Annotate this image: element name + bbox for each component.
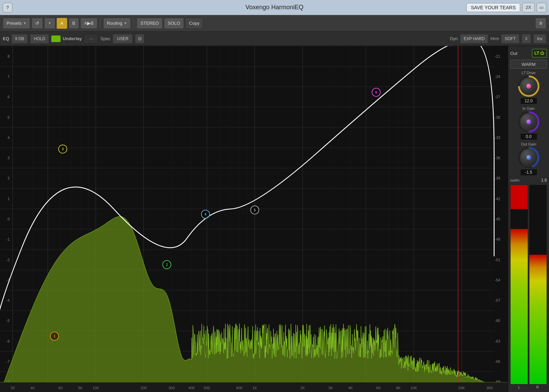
out-lt-row: Out LT ⏻ xyxy=(510,49,547,58)
routing-dropdown-arrow: ▼ xyxy=(124,21,127,25)
out-gain-value[interactable]: -1.5 xyxy=(520,169,537,176)
lt-power-button[interactable]: LT ⏻ xyxy=(532,49,547,58)
meter-l-label: L xyxy=(518,385,520,389)
lt-drive-dot xyxy=(526,84,531,89)
spec-label: Spec xyxy=(100,36,110,41)
options-dropdown-button[interactable]: ▼ xyxy=(44,18,55,29)
out-gain-knob-inner xyxy=(520,149,538,166)
meter-channel-r xyxy=(529,185,547,384)
in-gain-knob-inner xyxy=(520,113,538,131)
toolbar-separator-2 xyxy=(133,18,134,28)
in-gain-value[interactable]: 0.0 xyxy=(520,133,537,140)
meter-channel-l xyxy=(510,185,528,384)
in-gain-knob[interactable] xyxy=(518,111,539,132)
lt-label: LT xyxy=(535,51,539,56)
title-bar: ? Voxengo HarmoniEQ SAVE YOUR TEARS 2X ▭ xyxy=(0,0,549,15)
user-button[interactable]: USER xyxy=(113,34,133,44)
main-area: Out LT ⏻ WARM LT Drive 12.0 In Gain xyxy=(0,46,549,392)
meter-fill-l xyxy=(511,229,528,384)
lt-drive-knob[interactable] xyxy=(518,76,539,97)
options-dropdown-arrow: ▼ xyxy=(48,21,51,25)
meter-container: L R xyxy=(510,185,547,389)
copy-button[interactable]: Copy xyxy=(185,18,203,29)
lt-drive-value[interactable]: 12.0 xyxy=(520,97,537,104)
out-gain-container: Out Gain -1.5 xyxy=(510,142,547,176)
out-gain-label: Out Gain xyxy=(510,142,547,146)
app-title: Voxengo HarmoniEQ xyxy=(245,4,303,11)
outin-row: out/in 1.6 xyxy=(510,178,547,183)
right-panel: Out LT ⏻ WARM LT Drive 12.0 In Gain xyxy=(508,46,549,392)
lt-drive-container: LT Drive 12.0 xyxy=(510,71,547,104)
eq-label: EQ xyxy=(3,36,9,41)
eq-canvas[interactable] xyxy=(0,46,508,392)
meter-labels: L R xyxy=(510,385,547,389)
zoom-button[interactable]: 2X xyxy=(522,3,535,12)
reset-icon: ↺ xyxy=(35,21,39,26)
hrm-label: Hrm xyxy=(490,36,499,41)
out-gain-dot xyxy=(526,155,531,160)
arrows-button[interactable]: ⇕ xyxy=(522,34,531,44)
help-button[interactable]: ? xyxy=(3,3,12,12)
presets-button[interactable]: Presets ▼ xyxy=(3,18,30,29)
hold-button[interactable]: HOLD xyxy=(30,34,49,44)
ab-copy-button[interactable]: A▶B xyxy=(80,18,97,29)
in-gain-dot xyxy=(526,119,531,124)
minimize-button[interactable]: ▭ xyxy=(537,3,546,12)
eq-display[interactable] xyxy=(0,46,508,392)
eq-right-controls: Dyn EXP HARD Hrm SOFT ⇕ Inv xyxy=(450,34,546,44)
inv-button[interactable]: Inv xyxy=(533,34,546,44)
dyn-label: Dyn xyxy=(450,36,458,41)
toolbar-separator-1 xyxy=(100,18,101,28)
in-gain-container: In Gain 0.0 xyxy=(510,106,547,140)
underlay-selector[interactable]: --- xyxy=(84,34,98,44)
soft-button[interactable]: SOFT xyxy=(501,34,519,44)
gear-button[interactable]: ⚙ xyxy=(135,34,144,44)
preset-name-button[interactable]: SAVE YOUR TEARS xyxy=(466,3,520,12)
warm-button[interactable]: WARM xyxy=(510,60,547,69)
out-label: Out xyxy=(510,51,517,56)
stereo-button[interactable]: STEREO xyxy=(137,18,162,29)
outin-label: out/in xyxy=(510,178,519,182)
eq-active-indicator[interactable] xyxy=(51,35,61,42)
underlay-label: Underlay xyxy=(63,36,82,41)
a-button[interactable]: A xyxy=(57,18,67,29)
meter-fill-r xyxy=(529,255,547,384)
eq-toolbar: EQ 9 DB HOLD Underlay --- Spec USER ⚙ Dy… xyxy=(0,32,549,46)
menu-button[interactable]: ≡ xyxy=(535,18,546,29)
title-right-buttons: SAVE YOUR TEARS 2X ▭ xyxy=(466,3,546,12)
in-gain-label: In Gain xyxy=(510,106,547,111)
presets-dropdown-arrow: ▼ xyxy=(23,21,26,25)
outin-value: 1.6 xyxy=(541,178,547,183)
exp-hard-button[interactable]: EXP HARD xyxy=(460,34,488,44)
db-button[interactable]: 9 DB xyxy=(11,34,28,44)
meter-clip-l xyxy=(511,185,528,209)
lt-drive-knob-inner xyxy=(520,77,538,95)
toolbar: Presets ▼ ↺ ▼ A B A▶B Routing ▼ STEREO S… xyxy=(0,15,549,32)
power-icon: ⏻ xyxy=(540,51,544,56)
solo-button[interactable]: SOLO xyxy=(164,18,184,29)
b-button[interactable]: B xyxy=(69,18,79,29)
out-gain-knob[interactable] xyxy=(518,147,539,168)
reset-button[interactable]: ↺ xyxy=(32,18,43,29)
lt-drive-label: LT Drive xyxy=(510,71,547,75)
meter-bars xyxy=(510,185,547,384)
routing-button[interactable]: Routing ▼ xyxy=(103,18,131,29)
meter-r-label: R xyxy=(536,385,539,389)
